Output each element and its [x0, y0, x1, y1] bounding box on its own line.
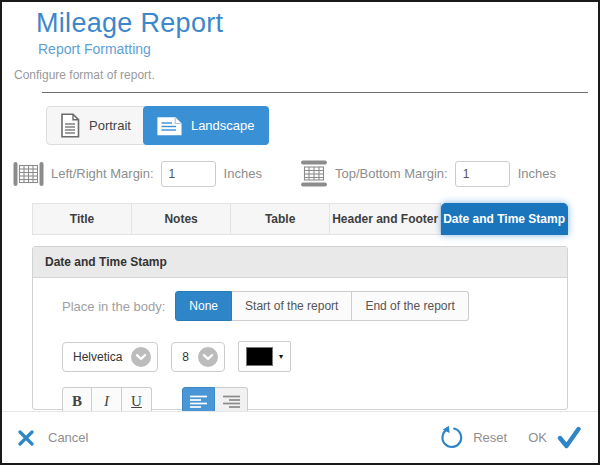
header-divider [42, 92, 588, 93]
place-in-body-row: Place in the body: None Start of the rep… [62, 291, 551, 321]
orientation-toggle: Portrait Landscape [46, 106, 269, 145]
left-right-margin-unit: Inches [224, 166, 262, 181]
margins-row: Left/Right Margin: Inches Top/Bottom Mar… [13, 160, 598, 187]
tab-header-and-footer[interactable]: Header and Footer [330, 203, 441, 235]
font-size-value: 8 [182, 350, 189, 364]
ok-label: OK [528, 430, 547, 445]
cancel-label: Cancel [48, 430, 88, 445]
portrait-button[interactable]: Portrait [47, 107, 144, 144]
place-option-start-of-report[interactable]: Start of the report [232, 291, 352, 321]
ok-button[interactable]: OK [528, 426, 582, 450]
top-bottom-margin-unit: Inches [518, 166, 556, 181]
font-color-swatch [246, 347, 273, 366]
cancel-button[interactable]: Cancel [18, 430, 88, 446]
panel-title: Date and Time Stamp [33, 247, 567, 278]
left-right-margin-label: Left/Right Margin: [51, 166, 154, 181]
tab-date-and-time-stamp[interactable]: Date and Time Stamp [441, 203, 568, 235]
font-family-value: Helvetica [73, 350, 122, 364]
dialog-header: Mileage Report Report Formatting [2, 2, 598, 57]
top-bottom-margin-input[interactable] [455, 161, 510, 187]
left-right-margin-icon [13, 161, 44, 187]
align-right-icon [223, 395, 240, 409]
portrait-button-label: Portrait [89, 118, 131, 133]
report-formatting-dialog: Mileage Report Report Formatting Configu… [0, 0, 600, 465]
reset-label: Reset [473, 430, 507, 445]
top-bottom-margin-icon [300, 160, 328, 187]
caret-down-icon: ▾ [279, 353, 283, 361]
section-tabs: Title Notes Table Header and Footer Date… [32, 203, 568, 235]
cancel-x-icon [18, 430, 34, 446]
align-left-icon [190, 395, 207, 409]
place-option-end-of-report[interactable]: End of the report [352, 291, 468, 321]
landscape-button[interactable]: Landscape [143, 106, 269, 145]
font-color-picker[interactable]: ▾ [238, 341, 291, 372]
ok-check-icon [556, 426, 582, 450]
left-right-margin-input[interactable] [161, 161, 216, 187]
description-text: Configure format of report. [14, 68, 598, 82]
panel-body: Place in the body: None Start of the rep… [33, 278, 567, 416]
tab-table[interactable]: Table [231, 203, 330, 235]
place-in-body-options: None Start of the report End of the repo… [175, 291, 468, 321]
reset-button[interactable]: Reset [439, 425, 507, 450]
chevron-down-icon [131, 347, 151, 367]
chevron-down-icon [198, 347, 218, 367]
page-subtitle: Report Formatting [36, 41, 598, 57]
font-family-dropdown[interactable]: Helvetica [62, 342, 158, 372]
date-time-stamp-panel: Date and Time Stamp Place in the body: N… [32, 246, 568, 410]
place-in-body-label: Place in the body: [62, 299, 165, 314]
tab-title[interactable]: Title [32, 203, 132, 235]
font-size-dropdown[interactable]: 8 [171, 342, 225, 372]
page-title: Mileage Report [36, 8, 598, 39]
font-row: Helvetica 8 [62, 341, 551, 372]
top-bottom-margin-label: Top/Bottom Margin: [335, 166, 448, 181]
tab-notes[interactable]: Notes [132, 203, 231, 235]
reset-icon [439, 425, 464, 450]
place-option-none[interactable]: None [175, 291, 232, 321]
landscape-page-icon [157, 116, 182, 136]
portrait-page-icon [60, 113, 80, 138]
landscape-button-label: Landscape [191, 118, 255, 133]
footer-actions: Reset OK [439, 425, 582, 450]
dialog-footer: Cancel Reset OK [2, 411, 598, 463]
